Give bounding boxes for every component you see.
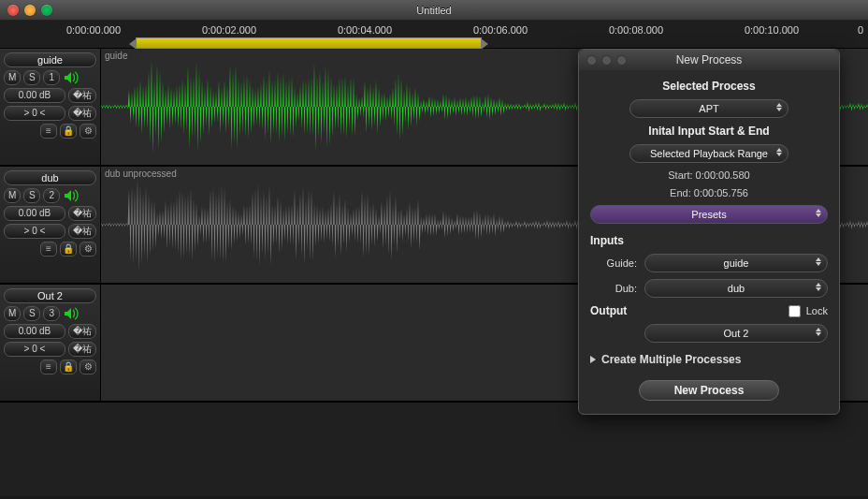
solo-button[interactable]: S (23, 306, 40, 321)
track-header: dub M S 2 0.00 dB �祐 > 0 < �祐 ≡ 🔒 ⚙ (0, 167, 101, 283)
guide-dropdown[interactable]: guide (644, 254, 828, 272)
dub-value: dub (728, 283, 745, 294)
db-field[interactable]: 0.00 dB (4, 88, 65, 103)
timeline-ruler[interactable]: 0:00:00.0000:00:02.0000:00:04.0000:00:06… (0, 21, 868, 49)
chevron-updown-icon (776, 148, 782, 156)
dialog-title: New Process (579, 53, 839, 66)
db-field[interactable]: 0.00 dB (4, 324, 65, 339)
window-titlebar: Untitled (0, 0, 868, 21)
pan-field[interactable]: > 0 < (4, 224, 65, 239)
dialog-titlebar[interactable]: New Process (579, 50, 839, 70)
range-end: End: 0:00:05.756 (590, 187, 828, 198)
db-handle-icon[interactable]: �祐 (68, 324, 96, 339)
db-handle-icon[interactable]: �祐 (68, 88, 96, 103)
mute-button[interactable]: M (4, 188, 21, 203)
dub-label: Dub: (590, 283, 637, 294)
plugin-icon[interactable]: ≡ (40, 242, 57, 257)
track-header: Out 2 M S 3 0.00 dB �祐 > 0 < �祐 ≡ 🔒 ⚙ (0, 285, 101, 401)
output-value: Out 2 (724, 328, 749, 339)
pan-field[interactable]: > 0 < (4, 342, 65, 357)
volume-icon[interactable] (63, 70, 80, 85)
lock-checkbox[interactable] (788, 305, 801, 317)
chevron-updown-icon (816, 209, 821, 217)
pan-handle-icon[interactable]: �祐 (68, 224, 96, 239)
new-process-button[interactable]: New Process (639, 380, 779, 401)
chevron-updown-icon (816, 283, 821, 291)
ruler-tick-label: 0:00:02.000 (202, 24, 256, 36)
pan-handle-icon[interactable]: �祐 (68, 106, 96, 121)
input-range-heading: Inital Input Start & End (590, 125, 828, 138)
lock-icon[interactable]: 🔒 (60, 242, 77, 257)
guide-value: guide (724, 257, 749, 269)
selected-process-heading: Selected Process (590, 80, 828, 93)
volume-icon[interactable] (63, 188, 80, 203)
input-range-dropdown[interactable]: Selected Playback Range (629, 144, 788, 163)
presets-label: Presets (691, 209, 726, 220)
new-process-dialog: New Process Selected Process APT Inital … (578, 49, 840, 415)
solo-button[interactable]: S (23, 70, 40, 85)
empty-area (0, 403, 868, 496)
lock-icon[interactable]: 🔒 (60, 124, 77, 139)
playback-selection[interactable] (136, 37, 482, 49)
track-index[interactable]: 2 (43, 188, 60, 203)
chevron-updown-icon (776, 103, 782, 111)
track-index[interactable]: 3 (43, 306, 60, 321)
output-dropdown[interactable]: Out 2 (644, 324, 828, 343)
ruler-tick-label: 0:00:04.000 (338, 24, 392, 36)
pan-field[interactable]: > 0 < (4, 106, 65, 121)
solo-button[interactable]: S (23, 188, 40, 203)
selected-process-value: APT (699, 103, 718, 114)
window-title: Untitled (0, 5, 868, 16)
create-multiple-label: Create Multiple Processes (601, 353, 741, 366)
ruler-tick-label: 0:00:10.000 (745, 24, 799, 36)
gear-icon[interactable]: ⚙ (80, 124, 96, 139)
input-range-value: Selected Playback Range (650, 148, 768, 159)
gear-icon[interactable]: ⚙ (80, 242, 96, 257)
track-header: guide M S 1 0.00 dB �祐 > 0 < �祐 ≡ 🔒 ⚙ (0, 49, 101, 165)
presets-dropdown[interactable]: Presets (590, 205, 828, 224)
lock-label: Lock (806, 305, 828, 316)
range-start: Start: 0:00:00.580 (590, 169, 828, 181)
mute-button[interactable]: M (4, 306, 21, 321)
pan-handle-icon[interactable]: �祐 (68, 342, 96, 357)
track-name[interactable]: Out 2 (4, 288, 96, 303)
db-handle-icon[interactable]: �祐 (68, 206, 96, 221)
lock-icon[interactable]: 🔒 (60, 360, 77, 374)
track-index[interactable]: 1 (43, 70, 60, 85)
selected-process-dropdown[interactable]: APT (629, 99, 788, 118)
ruler-tick-label: 0:00:06.000 (473, 24, 528, 36)
ruler-tick-label: 0:00:00.000 (66, 24, 121, 36)
ruler-tick-label: 0:00:08.000 (609, 24, 663, 36)
track-name[interactable]: guide (4, 52, 96, 67)
inputs-heading: Inputs (590, 234, 828, 247)
db-field[interactable]: 0.00 dB (4, 206, 65, 221)
chevron-updown-icon (816, 328, 821, 336)
volume-icon[interactable] (63, 306, 80, 321)
mute-button[interactable]: M (4, 70, 21, 85)
output-heading: Output (590, 304, 627, 317)
chevron-updown-icon (816, 257, 821, 266)
gear-icon[interactable]: ⚙ (80, 360, 96, 374)
plugin-icon[interactable]: ≡ (40, 360, 57, 374)
create-multiple-disclosure[interactable]: Create Multiple Processes (590, 353, 828, 366)
track-name[interactable]: dub (4, 170, 96, 185)
plugin-icon[interactable]: ≡ (40, 124, 57, 139)
guide-label: Guide: (590, 257, 637, 269)
ruler-tick-label: 0 (858, 24, 863, 36)
disclosure-triangle-icon (590, 356, 596, 363)
dub-dropdown[interactable]: dub (644, 279, 828, 298)
